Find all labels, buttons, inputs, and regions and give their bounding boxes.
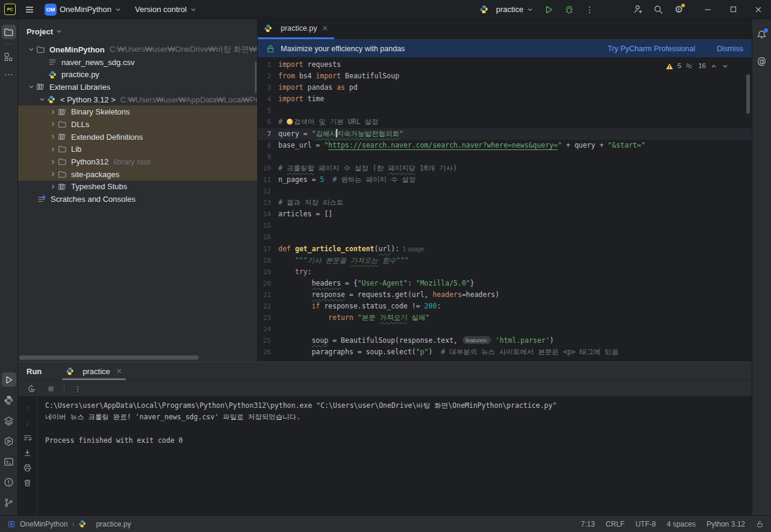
status-breadcrumb-project[interactable]: OneMinPython xyxy=(20,520,67,528)
python-packages-tool-button[interactable] xyxy=(2,413,16,428)
main-menu-button[interactable] xyxy=(19,1,40,19)
rerun-button[interactable] xyxy=(25,383,37,394)
code-line-4[interactable]: 4import time xyxy=(258,93,752,105)
services-tool-button[interactable] xyxy=(2,434,16,448)
status-breadcrumb-file[interactable]: practice.py xyxy=(96,520,131,528)
banner-dismiss-link[interactable]: Dismiss xyxy=(717,45,743,53)
maximize-button[interactable] xyxy=(720,0,746,19)
notifications-button[interactable] xyxy=(755,27,769,42)
problems-tool-button[interactable] xyxy=(2,475,16,489)
intention-bulb-icon[interactable] xyxy=(287,119,293,125)
tree-item-scratches-and-consoles[interactable]: Scratches and Consoles xyxy=(18,193,257,205)
prev-occurrence-button[interactable]: ↑ xyxy=(22,402,34,413)
code-line-14[interactable]: 14articles = [] xyxy=(258,208,752,220)
tree-item-binary-skeletons[interactable]: Binary Skeletons xyxy=(18,105,257,118)
inspections-widget[interactable]: 5 16 xyxy=(666,60,729,72)
code-line-16[interactable]: 16 xyxy=(258,231,752,243)
stop-button[interactable] xyxy=(45,383,57,394)
run-more-options-button[interactable]: ⋮ xyxy=(72,383,84,394)
settings-button[interactable]: ⚙ xyxy=(669,1,689,19)
soft-wrap-button[interactable] xyxy=(22,432,34,443)
code-line-20[interactable]: 20 headers = {"User-Agent": "Mozilla/5.0… xyxy=(258,278,752,289)
code-line-6[interactable]: 6# 검색어 및 기본 URL 설정 xyxy=(258,116,752,128)
run-configuration-widget[interactable]: practice xyxy=(475,1,538,19)
tree-item-typeshed-stubs[interactable]: Typeshed Stubs xyxy=(18,181,257,193)
code-line-10[interactable]: 10# 크롤링할 페이지 수 설정 (한 페이지당 10개 기사) xyxy=(258,163,752,174)
chevron-down-icon[interactable] xyxy=(37,96,47,103)
code-with-me-button[interactable] xyxy=(628,1,648,19)
more-tool-windows-button[interactable]: ⋯ xyxy=(2,67,16,82)
ai-assistant-button[interactable]: @ xyxy=(755,54,769,68)
code-editor[interactable]: 1import requests2from bs4 import Beautif… xyxy=(258,57,752,361)
more-actions-button[interactable]: ⋮ xyxy=(579,1,600,19)
chevron-down-icon[interactable] xyxy=(27,83,36,90)
code-line-2[interactable]: 2from bs4 import BeautifulSoup xyxy=(258,70,752,82)
chevron-right-icon[interactable] xyxy=(48,133,58,140)
project-tool-button[interactable] xyxy=(2,25,16,39)
tree-item-extended-definitions[interactable]: Extended Definitions xyxy=(18,131,257,143)
code-line-18[interactable]: 18 """기사 본문을 가져오는 함수""" xyxy=(258,255,752,266)
close-button[interactable] xyxy=(746,0,771,19)
tree-item-practice-py[interactable]: practice.py xyxy=(18,68,257,81)
print-button[interactable] xyxy=(22,462,34,473)
version-control-tool-button[interactable] xyxy=(2,495,16,510)
structure-tool-button[interactable] xyxy=(2,49,16,64)
next-occurrence-button[interactable]: ↓ xyxy=(22,417,34,428)
code-line-13[interactable]: 13# 결과 저장 리스트 xyxy=(258,197,752,208)
status-item-4-spaces[interactable]: 4 spaces xyxy=(667,520,696,528)
console-output[interactable]: C:\Users\user\AppData\Local\Programs\Pyt… xyxy=(37,397,752,515)
vcs-widget[interactable]: Version control xyxy=(130,1,202,19)
code-line-19[interactable]: 19 try: xyxy=(258,266,752,278)
code-line-26[interactable]: 26 paragraphs = soup.select("p") # 대부분의 … xyxy=(258,346,752,358)
tree-item-dlls[interactable]: DLLs xyxy=(18,118,257,131)
code-line-15[interactable]: 15 xyxy=(258,220,752,231)
code-line-3[interactable]: 3import pandas as pd xyxy=(258,82,752,93)
chevron-right-icon[interactable] xyxy=(48,146,58,153)
code-line-9[interactable]: 9 xyxy=(258,151,752,163)
project-horizontal-scrollbar[interactable] xyxy=(19,355,199,360)
terminal-tool-button[interactable] xyxy=(2,454,16,469)
code-line-21[interactable]: 21 response = requests.get(url, headers=… xyxy=(258,289,752,301)
code-line-25[interactable]: 25 soup = BeautifulSoup(response.text, f… xyxy=(258,335,752,346)
status-item-utf-8[interactable]: UTF-8 xyxy=(635,520,656,528)
search-everywhere-button[interactable] xyxy=(648,1,669,19)
tab-practice-py[interactable]: practice.py ✕ xyxy=(258,19,334,39)
minimize-button[interactable] xyxy=(695,0,720,19)
scroll-to-end-button[interactable] xyxy=(22,447,34,458)
project-widget[interactable]: OM OneMinPython xyxy=(40,1,126,19)
chevron-right-icon[interactable] xyxy=(48,120,58,128)
debug-button[interactable] xyxy=(559,1,579,19)
clear-all-button[interactable] xyxy=(22,477,34,488)
python-console-tool-button[interactable] xyxy=(2,393,16,407)
code-line-8[interactable]: 8base_url = "https://search.naver.com/se… xyxy=(258,140,752,151)
banner-action-link[interactable]: Try PyCharm Professional xyxy=(608,45,695,53)
code-line-5[interactable]: 5 xyxy=(258,105,752,116)
unlock-icon[interactable] xyxy=(756,520,764,528)
status-item-7-13[interactable]: 7:13 xyxy=(581,520,595,528)
tree-item-lib[interactable]: Lib xyxy=(18,143,257,156)
tree-item-python-3-12[interactable]: < Python 3.12 >C:₩Users₩user₩AppData₩Loc… xyxy=(18,93,257,106)
code-line-22[interactable]: 22 if response.status_code != 200: xyxy=(258,301,752,312)
chevron-right-icon[interactable] xyxy=(48,183,58,190)
code-line-7[interactable]: 7query = "김해시지속가능발전협의회" xyxy=(258,128,752,140)
chevron-right-icon[interactable] xyxy=(48,171,58,178)
tree-item-site-packages[interactable]: site-packages xyxy=(18,168,257,181)
chevron-right-icon[interactable] xyxy=(48,158,58,166)
code-line-12[interactable]: 12 xyxy=(258,186,752,197)
tree-item-oneminpython[interactable]: OneMinPythonC:₩Users₩user₩OneDrive₩바탕 화면… xyxy=(18,43,257,56)
code-line-11[interactable]: 11n_pages = 5 # 원하는 페이지 수 설정 xyxy=(258,174,752,186)
code-line-23[interactable]: 23 return "본문 가져오기 실패" xyxy=(258,312,752,324)
chevron-down-icon[interactable] xyxy=(27,46,36,53)
tree-item-external-libraries[interactable]: External Libraries xyxy=(18,81,257,93)
tree-item-python312[interactable]: Python312library root xyxy=(18,155,257,168)
tab-close-icon[interactable]: ✕ xyxy=(322,24,328,33)
code-line-24[interactable]: 24 xyxy=(258,324,752,335)
run-tab-close-icon[interactable]: ✕ xyxy=(116,367,122,375)
run-tool-button[interactable] xyxy=(2,372,16,387)
run-button[interactable] xyxy=(538,1,559,19)
project-panel-header[interactable]: Project xyxy=(18,19,257,39)
run-tab-practice[interactable]: practice ✕ xyxy=(61,362,127,380)
code-line-17[interactable]: 17def get_article_content(url): 1 usage xyxy=(258,243,752,255)
chevron-right-icon[interactable] xyxy=(48,108,58,116)
project-vertical-scrollbar[interactable] xyxy=(255,61,257,93)
